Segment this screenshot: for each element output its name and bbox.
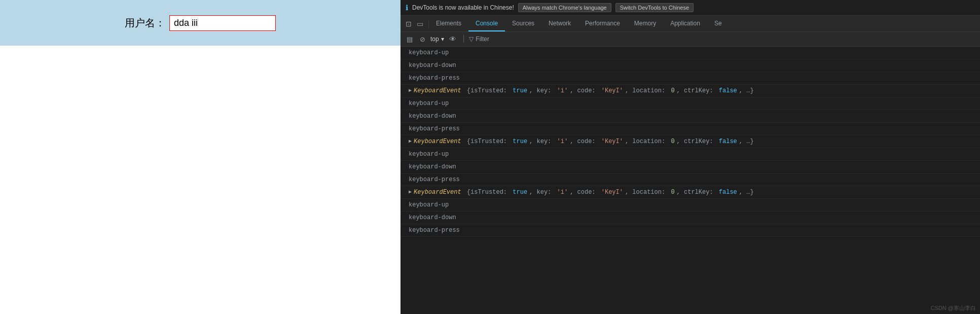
event-class-name: KeyboardEvent [414,137,461,146]
expand-arrow-icon[interactable]: ▶ [409,86,412,95]
form-row: 用户名： [125,15,276,31]
filter-icon: ▽ [469,36,474,43]
event-class-name: KeyboardEvent [414,188,461,197]
console-line: keyboard-up [401,148,980,161]
language-match-button[interactable]: Always match Chrome's language [518,3,611,12]
info-icon: ℹ [406,4,408,12]
tab-memory[interactable]: Memory [627,16,663,31]
clear-console-button[interactable]: ⊘ [418,34,427,44]
devtools-panel: ℹ DevTools is now available in Chinese! … [401,0,980,314]
device-toolbar-button[interactable]: ▭ [415,19,425,28]
console-line: keyboard-down [401,212,980,224]
expand-arrow-icon[interactable]: ▶ [409,188,412,197]
tab-se[interactable]: Se [707,16,729,31]
live-expressions-button[interactable]: 👁 [447,34,458,44]
top-label: top [430,36,439,43]
chevron-down-icon: ▾ [441,36,444,43]
watermark: CSDN @寒山李白 [931,304,976,312]
console-event-line[interactable]: ▶ KeyboardEvent {isTrusted: true , key: … [401,85,980,97]
console-line: keyboard-down [401,110,980,123]
tab-performance[interactable]: Performance [578,16,627,31]
console-event-line[interactable]: ▶ KeyboardEvent {isTrusted: true , key: … [401,186,980,199]
console-line: keyboard-press [401,123,980,135]
tab-network[interactable]: Network [541,16,578,31]
filter-area: ▽ Filter [469,36,489,43]
console-toolbar: ▤ ⊘ top ▾ 👁 | ▽ Filter [401,32,980,47]
toolbar-divider: | [461,34,466,44]
tab-elements[interactable]: Elements [429,16,468,31]
console-line: keyboard-up [401,47,980,59]
console-event-line[interactable]: ▶ KeyboardEvent {isTrusted: true , key: … [401,135,980,148]
info-message: DevTools is now available in Chinese! [412,4,514,11]
devtools-icon-group: ⊡ ▭ [401,19,429,28]
prop-istrusted: true [513,86,527,95]
webpage-header: 用户名： [0,0,401,46]
webpage-panel: 用户名： [0,0,401,314]
console-line: keyboard-down [401,59,980,72]
context-selector[interactable]: top ▾ [430,36,444,43]
console-line: keyboard-press [401,72,980,85]
switch-chinese-button[interactable]: Switch DevTools to Chinese [615,3,694,12]
console-output[interactable]: keyboard-up keyboard-down keyboard-press… [401,47,980,314]
console-line: keyboard-up [401,97,980,110]
event-props: {isTrusted: [463,86,511,95]
tab-bar: ⊡ ▭ Elements Console Sources Network Per… [401,16,980,32]
webpage-body [0,46,401,314]
username-label: 用户名： [125,16,165,30]
tab-application[interactable]: Application [663,16,707,31]
console-line: keyboard-press [401,173,980,186]
expand-arrow-icon[interactable]: ▶ [409,137,412,146]
console-line: keyboard-press [401,224,980,237]
console-line: keyboard-down [401,161,980,173]
tab-console[interactable]: Console [468,16,505,31]
tabs-container: Elements Console Sources Network Perform… [429,16,729,31]
info-bar: ℹ DevTools is now available in Chinese! … [401,0,980,16]
console-line: keyboard-up [401,199,980,212]
username-input[interactable] [169,15,276,31]
filter-label: Filter [476,36,489,43]
tab-sources[interactable]: Sources [505,16,541,31]
sidebar-toggle-button[interactable]: ▤ [405,34,415,44]
inspect-element-button[interactable]: ⊡ [404,19,414,28]
event-class-name: KeyboardEvent [414,86,461,95]
